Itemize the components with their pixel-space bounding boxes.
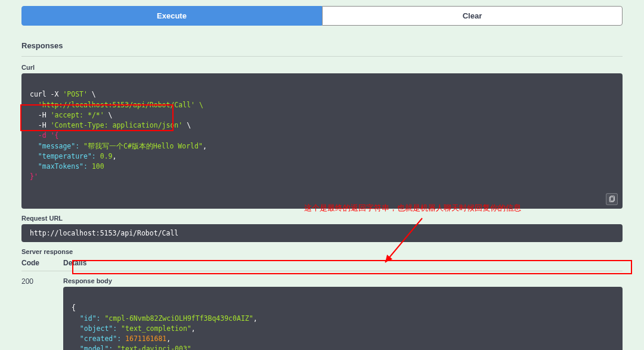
responses-heading: Responses <box>21 36 623 57</box>
status-code: 200 <box>21 277 63 286</box>
request-url-label: Request URL <box>21 215 623 222</box>
annotation-text: 这个是最终的返回字符串，也就是机器人聊天时候回复你的信息 <box>304 203 521 213</box>
request-url-value: http://localhost:5153/api/Robot/Call <box>21 224 623 242</box>
execute-button[interactable]: Execute <box>21 6 322 26</box>
details-column-header: Details <box>63 259 623 267</box>
server-response-label: Server response <box>21 248 623 255</box>
curl-code-block: curl -X 'POST' \ 'http://localhost:5153/… <box>21 73 623 209</box>
code-column-header: Code <box>21 259 63 267</box>
copy-curl-icon[interactable] <box>606 193 618 205</box>
response-body-block: { "id": "cmpl-6Nvmb82ZwciOLH9fTf3Bq439c0… <box>63 287 623 350</box>
clear-button[interactable]: Clear <box>322 6 623 26</box>
response-body-label: Response body <box>63 277 623 284</box>
curl-label: Curl <box>21 64 623 71</box>
